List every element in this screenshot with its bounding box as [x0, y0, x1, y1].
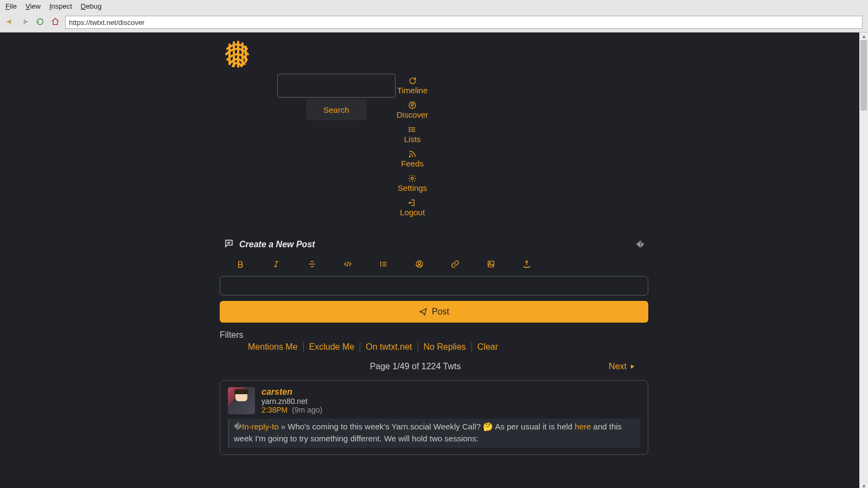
viewport: Search Timeline Discover Lists: [0, 33, 868, 488]
menu-debug[interactable]: Debug: [81, 2, 101, 10]
svg-point-29: [489, 262, 490, 264]
post-domain: yarn.zn80.net: [261, 397, 322, 406]
filter-exclude-me[interactable]: Exclude Me: [304, 342, 361, 352]
back-icon[interactable]: [5, 17, 14, 28]
chevron-right-icon: [630, 364, 635, 369]
bold-button[interactable]: [235, 259, 246, 269]
url-bar[interactable]: [65, 16, 863, 29]
filter-on-twtxt[interactable]: On twtxt.net: [360, 342, 418, 352]
svg-line-19: [276, 261, 277, 266]
compose-section: Create a New Post �: [220, 239, 648, 323]
logout-icon: [408, 198, 417, 208]
nav-label: Feeds: [401, 159, 424, 168]
post-button[interactable]: Post: [220, 301, 648, 323]
next-label: Next: [609, 362, 627, 371]
post-label: Post: [432, 307, 449, 317]
menu-view[interactable]: View: [25, 2, 41, 10]
browser-chrome: File View Inspect Debug: [0, 0, 868, 33]
svg-point-12: [409, 131, 410, 132]
italic-button[interactable]: [271, 259, 282, 269]
logo[interactable]: [222, 39, 252, 69]
search-input[interactable]: [277, 74, 395, 98]
nav-logout[interactable]: Logout: [400, 196, 425, 220]
nav-label: Logout: [400, 208, 425, 217]
nav-links: Timeline Discover Lists Feeds: [397, 74, 428, 220]
menu-inspect[interactable]: Inspect: [49, 2, 72, 10]
message-icon: [408, 76, 417, 86]
filter-clear[interactable]: Clear: [472, 342, 503, 352]
scroll-down-icon[interactable]: ▾: [861, 483, 866, 488]
post-ago: (9m ago): [292, 406, 322, 414]
list-icon: [408, 125, 417, 134]
rss-icon: [408, 149, 417, 159]
scroll-up-icon[interactable]: ▴: [861, 33, 866, 38]
svg-line-21: [347, 261, 349, 266]
forward-icon[interactable]: [21, 17, 29, 28]
svg-point-6: [409, 102, 416, 108]
menu-bar: File View Inspect Debug: [0, 0, 868, 12]
nav-discover[interactable]: Discover: [397, 98, 428, 123]
nav-label: Settings: [398, 183, 427, 192]
browser-toolbar: [0, 12, 868, 32]
image-button[interactable]: [486, 259, 496, 269]
nav-label: Lists: [404, 134, 421, 144]
compose-input[interactable]: [220, 276, 648, 296]
gear-icon: [408, 174, 417, 183]
link-button[interactable]: [450, 259, 461, 269]
home-icon[interactable]: [51, 17, 60, 28]
svg-point-27: [418, 262, 420, 265]
strike-button[interactable]: [307, 259, 317, 269]
in-reply-to-link[interactable]: In-reply-to: [242, 422, 279, 431]
reply-glyph: �: [234, 422, 242, 431]
blockquote-button[interactable]: [378, 259, 389, 269]
nav-label: Timeline: [397, 86, 427, 95]
nav-feeds[interactable]: Feeds: [401, 147, 424, 171]
post-time[interactable]: 2:38PM: [261, 406, 288, 414]
next-button[interactable]: Next: [609, 362, 635, 371]
post-card: carsten yarn.zn80.net 2:38PM (9m ago) �I…: [220, 380, 648, 455]
post-body: �In-reply-to » Who's coming to this week…: [228, 419, 640, 448]
filters-section: Filters Mentions Me Exclude Me On twtxt.…: [220, 330, 648, 352]
here-link[interactable]: here: [575, 422, 591, 431]
svg-point-13: [410, 156, 411, 157]
send-icon: [419, 307, 427, 316]
filters-label: Filters: [220, 330, 648, 340]
compose-title: Create a New Post: [239, 240, 315, 249]
pager: Page 1/49 of 1224 Twts Next: [220, 362, 648, 371]
scroll-thumb[interactable]: [860, 40, 867, 111]
mention-button[interactable]: [414, 259, 425, 269]
help-glyph[interactable]: �: [636, 240, 644, 249]
page-info: Page 1/49 of 1224 Twts: [222, 362, 609, 371]
compass-icon: [408, 100, 417, 110]
svg-rect-28: [488, 261, 494, 267]
page: Search Timeline Discover Lists: [0, 33, 868, 488]
code-button[interactable]: [342, 259, 353, 269]
filter-no-replies[interactable]: No Replies: [418, 342, 472, 352]
compose-toolbar: [220, 250, 648, 275]
svg-point-10: [409, 127, 410, 128]
nav-timeline[interactable]: Timeline: [397, 74, 427, 98]
nav-lists[interactable]: Lists: [404, 123, 421, 147]
post-author[interactable]: carsten: [261, 387, 322, 397]
reload-icon[interactable]: [36, 17, 44, 28]
nav-settings[interactable]: Settings: [398, 171, 427, 196]
avatar[interactable]: [228, 387, 255, 414]
search-button[interactable]: Search: [306, 99, 367, 120]
scrollbar[interactable]: ▴ ▾: [859, 33, 868, 488]
compose-icon: [224, 239, 234, 250]
svg-point-14: [411, 177, 413, 179]
upload-button[interactable]: [521, 259, 532, 269]
filter-mentions-me[interactable]: Mentions Me: [242, 342, 304, 352]
nav-label: Discover: [397, 110, 428, 119]
menu-file[interactable]: File: [5, 2, 17, 10]
svg-point-11: [409, 129, 410, 130]
